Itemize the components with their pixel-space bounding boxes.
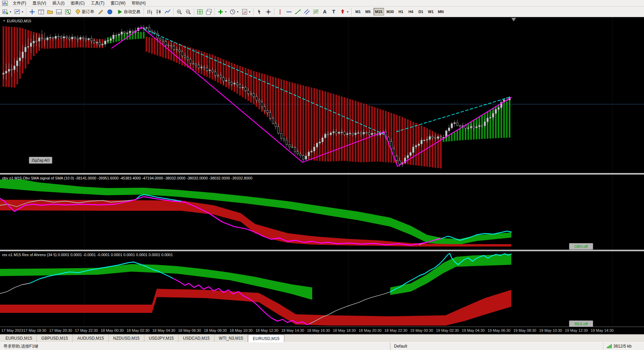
timeframe-w1-button[interactable]: W1: [426, 8, 435, 15]
timeframe-m5-button[interactable]: M5: [363, 8, 373, 15]
price-chart-canvas[interactable]: [0, 17, 644, 173]
dropdown-caret-icon: ▼: [225, 11, 227, 13]
crosshair-button[interactable]: [264, 7, 273, 16]
chart-line-button[interactable]: [163, 7, 172, 16]
chart-candlesticks-button[interactable]: [154, 7, 163, 16]
zoom-in-button[interactable]: [175, 7, 184, 16]
obv-off-button[interactable]: OBV-off: [569, 243, 593, 250]
autotrading-button[interactable]: 自动交易: [114, 7, 143, 16]
chart-tab-4[interactable]: USDJPY,M15: [144, 335, 178, 342]
status-profile[interactable]: Default: [390, 342, 603, 350]
rex-chart-canvas[interactable]: [0, 251, 644, 327]
data-window-button[interactable]: [37, 7, 46, 16]
timeframe-m1-button[interactable]: M1: [353, 8, 363, 15]
time-axis[interactable]: 17 May 202317 May 18:3017 May 20:3017 Ma…: [0, 327, 644, 334]
time-axis-label: 18 May 00:30: [101, 328, 124, 332]
text-label-button[interactable]: T: [329, 7, 338, 16]
fibonacci-button[interactable]: [312, 7, 320, 16]
horizontal-line-button[interactable]: [285, 7, 294, 16]
chart-tab-3[interactable]: NZDUSD,M15: [109, 335, 144, 342]
metaeditor-button[interactable]: [97, 7, 106, 16]
chart-tab-7[interactable]: EURUSD,M15: [248, 335, 284, 342]
channel-icon: [304, 9, 310, 15]
time-axis-label: 18 May 16:30: [307, 328, 330, 332]
tester-icon: [65, 9, 71, 15]
time-axis-label: 19 May 08:30: [513, 328, 536, 332]
time-axis-label: 18 May 04:30: [152, 328, 175, 332]
trendline-button[interactable]: [294, 7, 303, 16]
terminal-button[interactable]: [55, 7, 64, 16]
time-axis-label: 19 May 02:30: [436, 328, 459, 332]
chart-tab-0[interactable]: EURUSD,M15: [1, 335, 37, 342]
time-axis-label: 19 May 10:30: [539, 328, 562, 332]
template-icon: [242, 9, 248, 15]
chart-tab-6[interactable]: WTI_N3,M15: [215, 335, 248, 342]
cursor-button[interactable]: [255, 7, 264, 16]
menu-charts[interactable]: 图表(C): [68, 0, 88, 7]
zoom-in-icon: [176, 9, 182, 15]
main-chart-panel[interactable]: ▼ EURUSD,M15 ZigZag AO: [0, 17, 644, 173]
periods-clock-icon: [230, 9, 236, 15]
obv-chart-canvas[interactable]: [0, 175, 644, 250]
timeframe-d1-button[interactable]: D1: [416, 8, 425, 15]
template-button[interactable]: ▼: [240, 7, 252, 16]
time-axis-label: 19 May 06:30: [488, 328, 511, 332]
timeframe-mn-button[interactable]: MN: [436, 8, 445, 15]
chart-bars-button[interactable]: [145, 7, 154, 16]
indicators-button[interactable]: ▼: [216, 7, 228, 16]
new-chart-button[interactable]: ▼: [1, 7, 13, 16]
navigator-button[interactable]: [46, 7, 55, 16]
text-icon: A: [322, 9, 328, 15]
arrange-windows-icon: [206, 9, 212, 15]
time-axis-label: 17 May 20:30: [49, 328, 72, 332]
strategy-tester-button[interactable]: [64, 7, 73, 16]
arrows-icon: [340, 9, 346, 15]
chart-plus-icon: [2, 9, 8, 15]
chart-tab-1[interactable]: GBPUSD,M15: [37, 335, 73, 342]
profiles-button[interactable]: ▼: [13, 7, 25, 16]
time-axis-label: 17 May 18:30: [23, 328, 46, 332]
rex-off-button[interactable]: REX-off: [569, 320, 593, 327]
rex-indicator-panel[interactable]: rex o1 M15 Rex of Ahrens (34 5) 0.0001 0…: [0, 251, 644, 327]
obv-indicator-panel[interactable]: obv o1 M15 Obv SMA signal of SMA (10 0) …: [0, 175, 644, 250]
zoom-out-button[interactable]: [184, 7, 193, 16]
market-watch-icon: [29, 9, 35, 15]
text-label-icon: T: [331, 9, 337, 15]
rex-header: rex o1 M15 Rex of Ahrens (34 5) 0.0001 0…: [2, 253, 173, 257]
timeframe-h1-button[interactable]: H1: [396, 8, 405, 15]
timeframe-m15-button[interactable]: M15: [373, 8, 384, 15]
vertical-line-button[interactable]: [276, 7, 285, 16]
chart-tab-2[interactable]: AUDUSD,M15: [73, 335, 109, 342]
new-order-button[interactable]: 新订单: [73, 7, 97, 16]
tile-windows-button[interactable]: [196, 7, 205, 16]
menu-insert[interactable]: 插入(I): [49, 0, 67, 7]
periods-button[interactable]: ▼: [228, 7, 240, 16]
text-button[interactable]: A: [320, 7, 329, 16]
toolbar-separator: [351, 8, 352, 15]
equidistant-channel-button[interactable]: [303, 7, 312, 16]
time-axis-label: 18 May 12:30: [255, 328, 279, 332]
menu-help[interactable]: 帮助(H): [129, 0, 149, 7]
candle-chart-icon: [156, 9, 162, 15]
menu-window[interactable]: 窗口(W): [108, 0, 129, 7]
menu-file[interactable]: 文件(F): [10, 0, 29, 7]
editor-icon: [98, 9, 104, 15]
dropdown-caret-icon: ▼: [249, 11, 251, 13]
zoom-out-icon: [185, 9, 191, 15]
arrows-button[interactable]: ▼: [338, 7, 350, 16]
zigzag-ao-button[interactable]: ZigZag AO: [29, 157, 52, 164]
menu-tools[interactable]: 工具(T): [88, 0, 107, 7]
toolbar-separator: [215, 8, 215, 15]
arrange-windows-button[interactable]: [205, 7, 214, 16]
market-watch-button[interactable]: [28, 7, 37, 16]
timeframe-m30-button[interactable]: M30: [385, 8, 395, 15]
autotrading-label: 自动交易: [124, 9, 140, 15]
chart-tab-5[interactable]: USDCAD,M15: [178, 335, 214, 342]
dropdown-caret-icon: ▼: [347, 11, 349, 13]
svg-text:T: T: [332, 9, 335, 14]
time-axis-label: 18 May 08:30: [204, 328, 227, 332]
menu-view[interactable]: 显示(V): [29, 0, 49, 7]
timeframe-h4-button[interactable]: H4: [406, 8, 415, 15]
mql5-community-button[interactable]: [106, 7, 114, 16]
time-axis-label: 19 May 04:30: [462, 328, 485, 332]
